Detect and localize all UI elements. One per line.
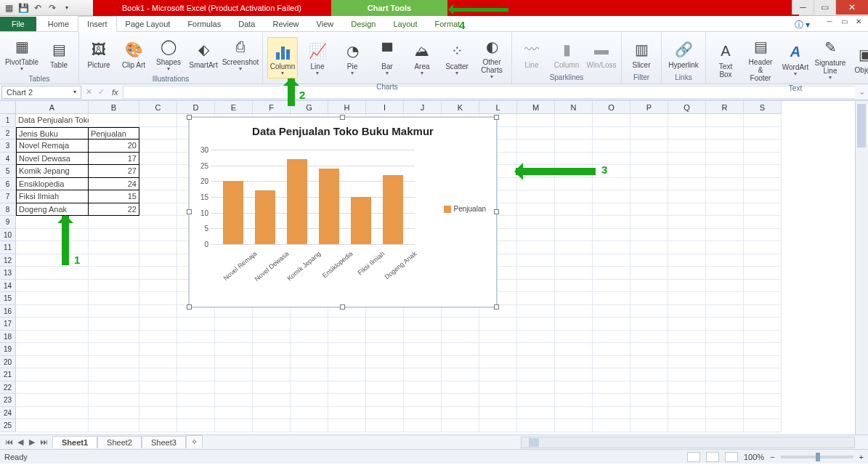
cell[interactable] bbox=[16, 343, 89, 356]
pie-chart-button[interactable]: ◔Pie▾ bbox=[337, 38, 368, 78]
cell[interactable] bbox=[328, 318, 366, 331]
cell[interactable] bbox=[517, 216, 555, 229]
cell[interactable] bbox=[442, 407, 479, 420]
cell[interactable] bbox=[253, 343, 291, 356]
tab-formulas[interactable]: Formulas bbox=[179, 17, 230, 31]
row-header[interactable]: 3 bbox=[0, 140, 16, 153]
cell[interactable] bbox=[706, 305, 744, 318]
cell[interactable] bbox=[706, 343, 744, 356]
cell[interactable] bbox=[630, 190, 668, 203]
cell[interactable] bbox=[215, 356, 253, 369]
column-header[interactable]: D bbox=[177, 101, 215, 114]
cell[interactable] bbox=[593, 331, 630, 344]
chart-plot-area[interactable] bbox=[211, 150, 415, 244]
row-header[interactable]: 1 bbox=[0, 114, 16, 127]
cell[interactable] bbox=[16, 407, 89, 420]
cell[interactable] bbox=[16, 419, 89, 432]
tab-insert[interactable]: Insert bbox=[78, 16, 117, 32]
cell[interactable] bbox=[479, 356, 517, 369]
row-header[interactable]: 23 bbox=[0, 394, 16, 407]
tab-home[interactable]: Home bbox=[39, 17, 78, 31]
cell[interactable] bbox=[630, 165, 668, 178]
cell[interactable] bbox=[630, 178, 668, 191]
cell[interactable] bbox=[139, 153, 177, 166]
column-header[interactable]: G bbox=[291, 101, 328, 114]
cell[interactable] bbox=[744, 305, 782, 318]
cancel-icon[interactable]: ✕ bbox=[83, 87, 95, 97]
cell[interactable] bbox=[517, 381, 555, 395]
cell[interactable] bbox=[517, 331, 555, 344]
cell[interactable] bbox=[16, 229, 89, 242]
cell[interactable] bbox=[744, 216, 782, 229]
cell[interactable] bbox=[555, 229, 593, 242]
cell[interactable] bbox=[139, 216, 177, 229]
row-header[interactable]: 20 bbox=[0, 356, 16, 369]
cell[interactable] bbox=[139, 229, 177, 242]
cell[interactable] bbox=[404, 419, 442, 432]
cell[interactable] bbox=[630, 394, 668, 407]
cell[interactable] bbox=[555, 178, 593, 191]
cell[interactable] bbox=[291, 407, 328, 420]
cell[interactable] bbox=[593, 127, 630, 140]
cell[interactable] bbox=[139, 203, 177, 217]
column-header[interactable]: B bbox=[89, 101, 139, 114]
cell[interactable] bbox=[517, 127, 555, 140]
cell[interactable] bbox=[139, 381, 177, 395]
cell[interactable] bbox=[291, 394, 328, 407]
cell[interactable]: 22 bbox=[89, 203, 139, 217]
cell[interactable] bbox=[593, 114, 630, 127]
cell[interactable]: Novel Remaja bbox=[16, 140, 89, 153]
row-header[interactable]: 9 bbox=[0, 216, 16, 229]
cell[interactable] bbox=[668, 356, 706, 369]
column-header[interactable]: J bbox=[404, 101, 442, 114]
cell[interactable] bbox=[366, 394, 404, 407]
cell[interactable] bbox=[89, 394, 139, 407]
tab-review[interactable]: Review bbox=[264, 17, 307, 31]
cell[interactable] bbox=[89, 419, 139, 432]
column-header[interactable]: O bbox=[593, 101, 630, 114]
column-header[interactable]: L bbox=[479, 101, 517, 114]
column-header[interactable]: Q bbox=[668, 101, 706, 114]
cell[interactable] bbox=[744, 407, 782, 420]
cell[interactable] bbox=[404, 381, 442, 395]
row-header[interactable]: 12 bbox=[0, 254, 16, 267]
cell[interactable] bbox=[89, 292, 139, 305]
cell[interactable] bbox=[215, 331, 253, 344]
cell[interactable] bbox=[668, 343, 706, 356]
column-header[interactable]: I bbox=[366, 101, 404, 114]
cell[interactable] bbox=[16, 368, 89, 381]
cell[interactable] bbox=[593, 254, 630, 267]
cell[interactable] bbox=[89, 331, 139, 344]
cell[interactable] bbox=[593, 216, 630, 229]
cell[interactable] bbox=[630, 203, 668, 217]
cell[interactable]: 24 bbox=[89, 178, 139, 191]
cell[interactable] bbox=[668, 241, 706, 254]
cell[interactable] bbox=[215, 394, 253, 407]
cell[interactable] bbox=[89, 381, 139, 395]
cell[interactable] bbox=[139, 419, 177, 432]
cell[interactable] bbox=[630, 343, 668, 356]
doc-close-button[interactable]: ✕ bbox=[852, 17, 865, 28]
cell[interactable]: Fiksi Ilmiah bbox=[16, 190, 89, 203]
cell[interactable] bbox=[555, 419, 593, 432]
row-header[interactable]: 11 bbox=[0, 241, 16, 254]
cell[interactable] bbox=[668, 381, 706, 395]
close-button[interactable]: ✕ bbox=[835, 0, 868, 15]
cell[interactable] bbox=[630, 318, 668, 331]
worksheet-area[interactable]: ABCDEFGHIJKLMNOPQRS 1Data Penjualan Toko… bbox=[0, 100, 868, 434]
cell[interactable] bbox=[630, 292, 668, 305]
cell[interactable] bbox=[630, 216, 668, 229]
cell[interactable] bbox=[630, 368, 668, 381]
row-header[interactable]: 13 bbox=[0, 267, 16, 280]
cell[interactable] bbox=[89, 305, 139, 318]
cell[interactable] bbox=[555, 381, 593, 395]
cell[interactable] bbox=[706, 114, 744, 127]
cell[interactable] bbox=[555, 331, 593, 344]
cell[interactable] bbox=[291, 356, 328, 369]
cell[interactable] bbox=[555, 292, 593, 305]
tab-design[interactable]: Design bbox=[342, 17, 384, 31]
formula-expand-icon[interactable]: ⌄ bbox=[855, 87, 868, 97]
cell[interactable] bbox=[253, 356, 291, 369]
cell[interactable] bbox=[593, 292, 630, 305]
cell[interactable] bbox=[16, 381, 89, 395]
